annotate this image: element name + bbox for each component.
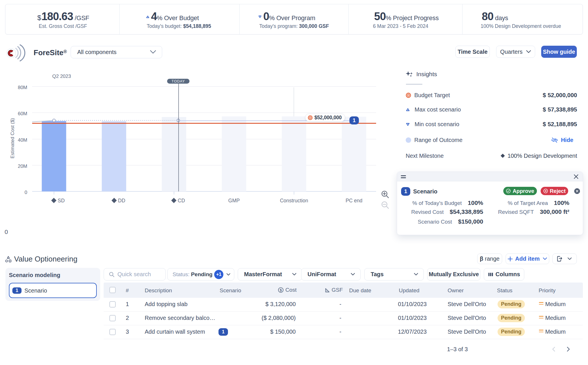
svg-text:20M: 20M — [18, 164, 27, 169]
svg-text:GMP: GMP — [228, 198, 240, 203]
svg-text:SD: SD — [58, 198, 65, 203]
svg-text:Estimated Cost ($): Estimated Cost ($) — [10, 118, 15, 159]
svg-text:Q2 2023: Q2 2023 — [52, 74, 71, 79]
svg-text:CD: CD — [178, 198, 185, 203]
svg-text:PC end: PC end — [346, 198, 362, 203]
svg-text:TODAY: TODAY — [172, 79, 185, 83]
svg-text:$: $ — [280, 288, 282, 292]
svg-text:40M: 40M — [18, 137, 27, 143]
svg-text:0: 0 — [25, 190, 27, 195]
svg-text:60M: 60M — [18, 111, 27, 116]
svg-text:DD: DD — [118, 198, 125, 203]
svg-text:80M: 80M — [18, 85, 27, 90]
svg-text:Construction: Construction — [280, 198, 308, 203]
